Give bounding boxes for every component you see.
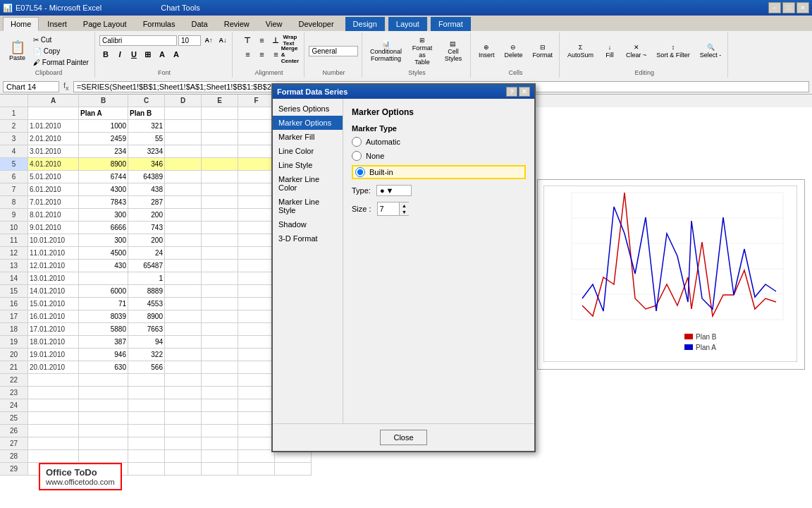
cell-B15[interactable]: 6000 <box>79 285 128 298</box>
cell-C23[interactable] <box>128 387 165 399</box>
cell-B17[interactable]: 8039 <box>79 310 128 323</box>
cell-A1[interactable] <box>28 107 79 120</box>
cell-B12[interactable]: 4500 <box>79 247 128 260</box>
cell-C9[interactable]: 200 <box>128 209 165 222</box>
size-spin-up[interactable]: ▲ <box>400 202 410 209</box>
cell-F16[interactable] <box>238 298 275 310</box>
conditional-formatting-button[interactable]: 📊 Conditional Formatting <box>367 38 405 64</box>
cell-D1[interactable] <box>165 107 202 120</box>
row-header-3[interactable]: 3 <box>0 133 28 145</box>
row-header-13[interactable]: 13 <box>0 260 28 272</box>
delete-button[interactable]: ⊖ Delete <box>500 42 526 61</box>
cell-D22[interactable] <box>165 374 202 387</box>
cell-A20[interactable]: 19.01.2010 <box>28 349 79 361</box>
cell-A27[interactable] <box>28 437 79 450</box>
cell-A14[interactable]: 13.01.2010 <box>28 272 79 285</box>
cell-D13[interactable] <box>165 260 202 272</box>
sidebar-item-line-style[interactable]: Line Style <box>273 158 343 172</box>
cell-F17[interactable] <box>238 310 275 323</box>
cell-E27[interactable] <box>202 437 238 450</box>
cell-B11[interactable]: 300 <box>79 234 128 247</box>
sidebar-item-marker-line-style[interactable]: Marker Line Style <box>273 195 343 217</box>
row-header-2[interactable]: 2 <box>0 120 28 133</box>
clear-button[interactable]: ✕ Clear ~ <box>622 42 650 61</box>
cell-D3[interactable] <box>165 133 202 145</box>
cell-A16[interactable]: 15.01.2010 <box>28 298 79 310</box>
cell-C17[interactable]: 8900 <box>128 310 165 323</box>
cell-D4[interactable] <box>165 145 202 158</box>
row-header-21[interactable]: 21 <box>0 361 28 374</box>
type-dropdown[interactable]: ● ▼ <box>376 185 412 196</box>
cell-A17[interactable]: 16.01.2010 <box>28 310 79 323</box>
cell-D5[interactable] <box>165 158 202 171</box>
cell-E25[interactable] <box>202 412 238 425</box>
font-name-dropdown[interactable]: Calibri <box>99 35 177 46</box>
cell-D23[interactable] <box>165 387 202 399</box>
cell-A23[interactable] <box>28 387 79 399</box>
align-center[interactable]: ≡ <box>255 48 268 61</box>
cell-C4[interactable]: 3234 <box>128 145 165 158</box>
restore-button[interactable]: □ <box>782 2 795 13</box>
row-header-4[interactable]: 4 <box>0 145 28 158</box>
row-header-20[interactable]: 20 <box>0 349 28 361</box>
border-button[interactable]: ⊞ <box>142 48 154 61</box>
cell-F21[interactable] <box>238 361 275 374</box>
cell-D2[interactable] <box>165 120 202 133</box>
find-select-button[interactable]: 🔍 Select - <box>696 42 725 61</box>
cell-C14[interactable]: 1 <box>128 272 165 285</box>
cell-A18[interactable]: 17.01.2010 <box>28 323 79 336</box>
cell-A24[interactable] <box>28 399 79 412</box>
row-header-12[interactable]: 12 <box>0 247 28 260</box>
cell-F14[interactable] <box>238 272 275 285</box>
cell-C21[interactable]: 566 <box>128 361 165 374</box>
cell-D7[interactable] <box>165 183 202 196</box>
row-header-16[interactable]: 16 <box>0 298 28 310</box>
cell-E19[interactable] <box>202 336 238 349</box>
cell-B22[interactable] <box>79 374 128 387</box>
cell-D25[interactable] <box>165 412 202 425</box>
cell-B28[interactable] <box>79 450 128 463</box>
cell-E21[interactable] <box>202 361 238 374</box>
tab-insert[interactable]: Insert <box>39 17 75 31</box>
cell-F8[interactable] <box>238 196 275 209</box>
cell-B21[interactable]: 630 <box>79 361 128 374</box>
tab-developer[interactable]: Developer <box>290 17 341 31</box>
cell-B24[interactable] <box>79 399 128 412</box>
cell-E10[interactable] <box>202 222 238 234</box>
sidebar-item-marker-fill[interactable]: Marker Fill <box>273 130 343 144</box>
cell-A5[interactable]: 4.01.2010 <box>28 158 79 171</box>
align-left[interactable]: ≡ <box>241 48 254 61</box>
col-header-A[interactable]: A <box>28 95 79 107</box>
cell-E3[interactable] <box>202 133 238 145</box>
format-painter-button[interactable]: 🖌 Format Painter <box>30 57 92 68</box>
tab-formulas[interactable]: Formulas <box>135 17 183 31</box>
cell-D29[interactable] <box>165 463 202 476</box>
cell-A11[interactable]: 10.01.2010 <box>28 234 79 247</box>
cell-E14[interactable] <box>202 272 238 285</box>
sidebar-item-marker-options[interactable]: Marker Options <box>273 116 343 130</box>
format-as-table-button[interactable]: ⊞ Format as Table <box>408 35 436 68</box>
row-header-8[interactable]: 8 <box>0 196 28 209</box>
cell-C25[interactable] <box>128 412 165 425</box>
cell-E16[interactable] <box>202 298 238 310</box>
dialog-close-x-button[interactable]: ✕ <box>519 87 530 97</box>
dialog-close-button[interactable]: Close <box>380 430 426 445</box>
cell-B9[interactable]: 300 <box>79 209 128 222</box>
cell-F24[interactable] <box>238 399 275 412</box>
cell-F10[interactable] <box>238 222 275 234</box>
cell-C28[interactable] <box>128 450 165 463</box>
cell-C2[interactable]: 321 <box>128 120 165 133</box>
cell-D6[interactable] <box>165 171 202 183</box>
cell-F12[interactable] <box>238 247 275 260</box>
cell-E8[interactable] <box>202 196 238 209</box>
tab-design[interactable]: Design <box>345 17 385 31</box>
cell-C1[interactable]: Plan B <box>128 107 165 120</box>
cell-D10[interactable] <box>165 222 202 234</box>
cell-B26[interactable] <box>79 425 128 437</box>
col-header-F[interactable]: F <box>238 95 275 107</box>
cell-B16[interactable]: 71 <box>79 298 128 310</box>
cell-E28[interactable] <box>202 450 238 463</box>
cell-B14[interactable] <box>79 272 128 285</box>
cell-F19[interactable] <box>238 336 275 349</box>
cell-C16[interactable]: 4553 <box>128 298 165 310</box>
